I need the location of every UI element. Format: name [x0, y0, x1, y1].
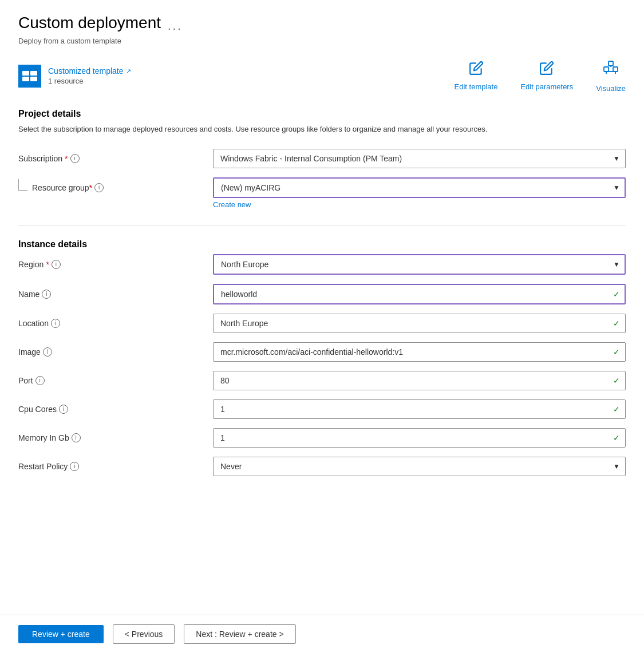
next-button[interactable]: Next : Review + create >	[184, 624, 295, 644]
location-info-icon[interactable]: i	[51, 319, 60, 328]
footer-bar: Review + create < Previous Next : Review…	[0, 615, 644, 653]
svg-rect-2	[609, 61, 613, 66]
region-info-icon[interactable]: i	[52, 260, 61, 269]
subscription-info-icon[interactable]: i	[70, 154, 80, 163]
name-info-icon[interactable]: i	[42, 290, 51, 299]
cpu-cores-info-icon[interactable]: i	[59, 405, 68, 414]
edit-parameters-label: Edit parameters	[520, 82, 573, 91]
port-select[interactable]: 80	[213, 371, 626, 390]
subscription-select[interactable]: Windows Fabric - Internal Consumption (P…	[213, 149, 626, 168]
external-link-icon: ↗	[126, 68, 131, 75]
edit-parameters-icon	[539, 61, 554, 79]
template-icon	[18, 65, 41, 88]
edit-parameters-action[interactable]: Edit parameters	[520, 61, 573, 91]
instance-details-title: Instance details	[18, 239, 626, 250]
name-label: Name i	[18, 290, 213, 299]
memory-in-gb-label: Memory In Gb i	[18, 433, 213, 442]
subscription-required: *	[65, 154, 68, 163]
indent-connector	[18, 179, 27, 191]
review-create-button[interactable]: Review + create	[18, 625, 104, 643]
cpu-cores-select[interactable]: 1	[213, 399, 626, 419]
resource-group-label-area: Resource group * i	[18, 177, 213, 192]
project-details-description: Select the subscription to manage deploy…	[18, 124, 534, 135]
svg-rect-1	[613, 67, 618, 72]
resource-group-info-icon[interactable]: i	[94, 183, 104, 192]
image-info-icon[interactable]: i	[43, 347, 52, 357]
visualize-action[interactable]: Visualize	[596, 59, 626, 93]
page-subtitle: Deploy from a custom template	[18, 37, 626, 45]
restart-policy-label: Restart Policy i	[18, 462, 213, 471]
edit-template-icon	[469, 61, 484, 79]
project-details-title: Project details	[18, 109, 626, 119]
memory-in-gb-select[interactable]: 1	[213, 428, 626, 448]
name-input[interactable]	[213, 284, 626, 304]
port-label: Port i	[18, 376, 213, 385]
region-label: Region * i	[18, 260, 213, 269]
resource-group-required: *	[89, 183, 92, 192]
edit-template-label: Edit template	[455, 82, 498, 91]
restart-policy-info-icon[interactable]: i	[70, 462, 79, 471]
resource-group-select[interactable]: (New) myACIRG	[213, 177, 626, 198]
customized-template-link[interactable]: Customized template ↗	[48, 66, 131, 76]
location-select[interactable]: North Europe	[213, 314, 626, 333]
region-required: *	[46, 260, 49, 269]
image-select[interactable]: mcr.microsoft.com/aci/aci-confidential-h…	[213, 342, 626, 362]
visualize-label: Visualize	[596, 84, 626, 93]
edit-template-action[interactable]: Edit template	[455, 61, 498, 91]
subscription-label: Subscription * i	[18, 154, 213, 163]
visualize-icon	[602, 59, 620, 81]
cpu-cores-label: Cpu Cores i	[18, 405, 213, 414]
page-title: Custom deployment	[18, 14, 161, 32]
resource-count: 1 resource	[48, 77, 131, 85]
port-info-icon[interactable]: i	[35, 376, 45, 385]
location-label: Location i	[18, 319, 213, 328]
create-new-link[interactable]: Create new	[213, 200, 251, 209]
page-title-ellipsis[interactable]: ...	[168, 19, 183, 33]
restart-policy-select[interactable]: Never	[213, 457, 626, 476]
region-select[interactable]: North Europe	[213, 254, 626, 275]
svg-rect-0	[604, 67, 609, 72]
memory-in-gb-info-icon[interactable]: i	[72, 433, 81, 442]
previous-button[interactable]: < Previous	[113, 624, 175, 644]
image-label: Image i	[18, 347, 213, 357]
